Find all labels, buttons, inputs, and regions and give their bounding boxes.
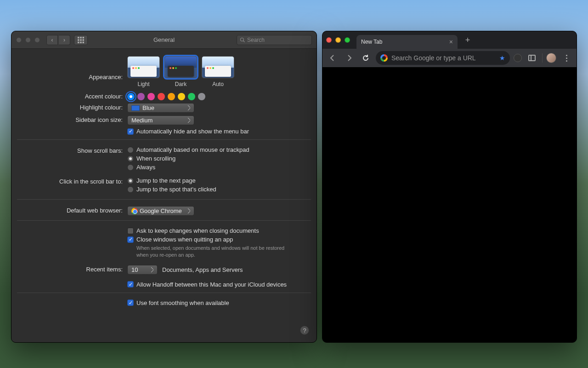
svg-line-10 [243,40,245,42]
chrome-window: New Tab × + Search Google or type a URL … [322,31,577,343]
accent-swatch[interactable] [127,93,135,100]
forward-button[interactable]: › [59,35,70,45]
chrome-menu-button[interactable] [560,52,573,64]
handoff-checkbox[interactable]: ✓Allow Handoff between this Mac and your… [127,281,311,288]
back-button[interactable]: ‹ [46,35,58,45]
bookmark-star-icon[interactable]: ★ [499,54,505,62]
page-content [322,67,577,342]
chrome-zoom-button[interactable] [345,37,350,43]
svg-rect-7 [80,41,82,43]
chrome-minimize-button[interactable] [335,37,341,43]
radio-option[interactable]: Automatically based on mouse or trackpad [127,146,311,153]
new-tab-button[interactable]: + [461,34,474,46]
minimize-button[interactable] [25,37,31,43]
toolbar-separator [542,53,543,63]
radio-option[interactable]: Jump to the next page [127,177,311,184]
extension-icon[interactable] [514,54,522,62]
accent-swatch[interactable] [137,93,145,100]
zoom-button[interactable] [34,37,40,43]
scrollbars-label: Show scroll bars: [17,146,127,172]
reader-icon[interactable] [526,52,538,64]
svg-rect-1 [80,37,82,39]
default-browser-select[interactable]: Google Chrome [127,206,194,216]
svg-rect-5 [83,39,85,41]
recent-suffix: Documents, Apps and Servers [162,266,243,273]
svg-rect-8 [83,41,85,43]
accent-swatch[interactable] [147,93,155,100]
svg-rect-6 [78,41,79,43]
chrome-close-button[interactable] [326,37,332,43]
accent-swatch[interactable] [188,93,195,100]
svg-rect-3 [78,39,79,41]
svg-rect-0 [78,37,79,39]
search-field[interactable]: Search [237,35,312,45]
sidebar-size-label: Sidebar icon size: [17,115,127,125]
tab-title: New Tab [361,39,382,45]
search-icon [240,37,245,43]
accent-swatch[interactable] [158,93,165,100]
close-button[interactable] [16,37,22,43]
appearance-auto[interactable] [202,56,234,78]
tab-strip: New Tab × + [322,31,577,49]
accent-swatch[interactable] [168,93,175,100]
browser-forward-button[interactable] [343,52,356,64]
search-placeholder: Search [247,37,265,43]
sidebar-size-select[interactable]: Medium [127,115,194,125]
chrome-icon [131,208,138,214]
default-browser-label: Default web browser: [17,206,127,216]
profile-avatar[interactable] [546,53,556,63]
prefs-body: Appearance: Light Dark Auto [11,49,317,315]
highlight-label: Highlight colour: [17,103,127,113]
highlight-select[interactable]: Blue [127,103,194,113]
font-smoothing-checkbox[interactable]: ✓Use font smoothing when available [127,299,311,306]
appearance-light[interactable] [127,56,160,78]
click-scroll-label: Click in the scroll bar to: [17,177,127,195]
close-tab-icon[interactable]: × [449,39,453,45]
chrome-toolbar: Search Google or type a URL ★ [322,49,577,67]
svg-rect-2 [83,37,85,39]
recent-label: Recent items: [17,265,127,275]
traffic-lights [16,37,40,43]
ask-keep-checkbox[interactable]: Ask to keep changes when closing documen… [127,227,311,234]
accent-label: Accent colour: [17,92,127,100]
system-preferences-window: ‹ › General Search Appearance: Light [11,31,317,343]
omnibox-placeholder: Search Google or type a URL [391,54,476,62]
nav-buttons: ‹ › [46,35,70,45]
radio-option[interactable]: Always [127,164,311,171]
svg-point-9 [241,38,244,41]
close-windows-checkbox[interactable]: ✓Close windows when quitting an app [127,236,311,243]
appearance-dark[interactable] [164,56,197,78]
radio-option[interactable]: When scrolling [127,155,311,162]
tab-new-tab[interactable]: New Tab × [356,35,458,49]
omnibox[interactable]: Search Google or type a URL ★ [376,51,510,65]
svg-rect-4 [80,39,82,41]
appearance-label: Appearance: [17,56,127,87]
prefs-toolbar: ‹ › General Search [11,31,317,49]
close-windows-hint: When selected, open documents and window… [127,245,288,259]
radio-option[interactable]: Jump to the spot that's clicked [127,186,311,193]
browser-back-button[interactable] [326,52,339,64]
google-icon [380,54,388,62]
help-button[interactable]: ? [300,326,309,335]
accent-swatches [127,92,311,100]
reload-button[interactable] [359,52,372,64]
recent-items-select[interactable]: 10 [127,265,158,275]
show-all-button[interactable] [74,35,88,45]
accent-swatch[interactable] [178,93,185,100]
accent-swatch[interactable] [198,93,205,100]
autohide-menu-checkbox[interactable]: ✓Automatically hide and show the menu ba… [127,128,311,135]
